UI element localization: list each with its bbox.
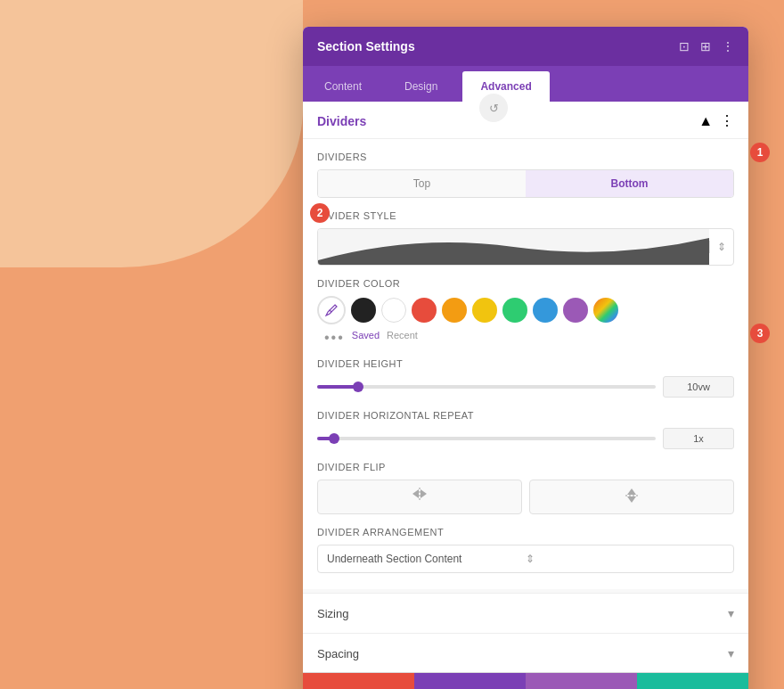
panel-header-icons: ⊡ ⊞ ⋮ [679,39,734,53]
sizing-section[interactable]: Sizing ▾ [303,593,748,633]
section-header-icons: ▲ ⋮ [698,112,734,129]
divider-repeat-track[interactable] [317,437,656,440]
dividers-toggle-group: Top Bottom [317,169,734,198]
divider-flip-group [317,480,734,514]
color-purple[interactable] [563,298,588,323]
color-orange[interactable] [442,298,467,323]
background-curve [0,0,303,267]
divider-height-fill [317,385,358,389]
panel-tabs: Content Design Advanced [303,66,748,102]
right-side-button[interactable]: ↺ [479,94,508,122]
divider-repeat-slider-row: 1x [317,428,734,449]
frame-icon[interactable]: ⊡ [679,39,690,53]
divider-style-arrow: ⇕ [709,241,733,253]
divider-color-label: Divider Color [317,278,734,289]
color-saved-label[interactable]: Saved [352,330,380,346]
section-more-icon[interactable]: ⋮ [720,112,734,129]
arrangement-arrow: ⇕ [526,553,724,565]
dividers-content: Dividers Top Bottom Divider Style ⇕ Divi… [303,139,748,589]
divider-repeat-value[interactable]: 1x [663,428,734,449]
color-picker-row [317,296,734,324]
dividers-title: Dividers [317,114,366,128]
undo-button[interactable]: ↺ [414,673,526,689]
flip-vertical-btn[interactable] [529,480,734,514]
panel-footer: ✕ ↺ ↻ ✓ [303,672,748,689]
toggle-top[interactable]: Top [318,170,526,197]
badge-2: 2 [310,203,330,223]
divider-height-section: Divider Height 10vw [317,358,734,398]
divider-height-value[interactable]: 10vw [663,376,734,398]
divider-style-preview [318,229,709,265]
divider-style-select[interactable]: ⇕ [317,228,734,266]
color-red[interactable] [412,298,437,323]
grid-icon[interactable]: ⊞ [700,39,711,53]
color-saved-row: ••• Saved Recent [317,330,734,346]
spacing-section[interactable]: Spacing ▾ [303,633,748,672]
panel-title: Section Settings [317,39,415,53]
color-green[interactable] [502,298,527,323]
divider-repeat-section: Divider Horizontal Repeat 1x [317,410,734,449]
cancel-button[interactable]: ✕ [303,673,414,689]
flip-horizontal-btn[interactable] [317,480,522,514]
divider-repeat-thumb[interactable] [329,433,339,444]
dividers-section-header: Dividers ▲ ⋮ [303,102,748,139]
color-yellow[interactable] [472,298,497,323]
badge-1: 1 [750,143,770,162]
more-icon[interactable]: ⋮ [722,39,734,53]
color-recent-label[interactable]: Recent [387,330,418,346]
toggle-bottom[interactable]: Bottom [526,170,733,197]
color-blue[interactable] [533,298,558,323]
divider-arrangement-label: Divider Arrangement [317,527,734,537]
spacing-title: Spacing [317,647,359,660]
color-white[interactable] [381,298,406,323]
divider-height-slider-row: 10vw [317,376,734,398]
section-settings-panel: Section Settings ⊡ ⊞ ⋮ Content Design Ad… [303,27,748,689]
divider-style-label: Divider Style [317,210,734,221]
panel-header: Section Settings ⊡ ⊞ ⋮ [303,27,748,66]
divider-height-thumb[interactable] [353,381,363,392]
divider-repeat-label: Divider Horizontal Repeat [317,410,734,421]
divider-height-track[interactable] [317,385,656,389]
divider-height-label: Divider Height [317,358,734,369]
divider-color-section: ••• Saved Recent [317,296,734,346]
redo-button[interactable]: ↻ [526,673,637,689]
badge-3: 3 [750,324,770,343]
tab-content[interactable]: Content [306,71,380,102]
color-gradient[interactable] [593,298,618,323]
tab-design[interactable]: Design [387,71,455,102]
color-picker-eyedropper[interactable] [317,296,346,324]
arrangement-value: Underneath Section Content [327,553,526,565]
color-more-dots[interactable]: ••• [321,330,345,346]
panel-body: Dividers ▲ ⋮ Dividers Top Bottom Divider… [303,102,748,672]
confirm-button[interactable]: ✓ [637,673,748,689]
collapse-icon[interactable]: ▲ [698,113,713,129]
divider-arrangement-select[interactable]: Underneath Section Content ⇕ [317,545,734,573]
sizing-title: Sizing [317,607,348,620]
sizing-arrow: ▾ [728,606,734,620]
divider-flip-label: Divider Flip [317,462,734,472]
dividers-label: Dividers [317,152,734,162]
tab-advanced[interactable]: Advanced [462,71,549,102]
spacing-arrow: ▾ [728,646,734,660]
color-black[interactable] [351,298,376,323]
